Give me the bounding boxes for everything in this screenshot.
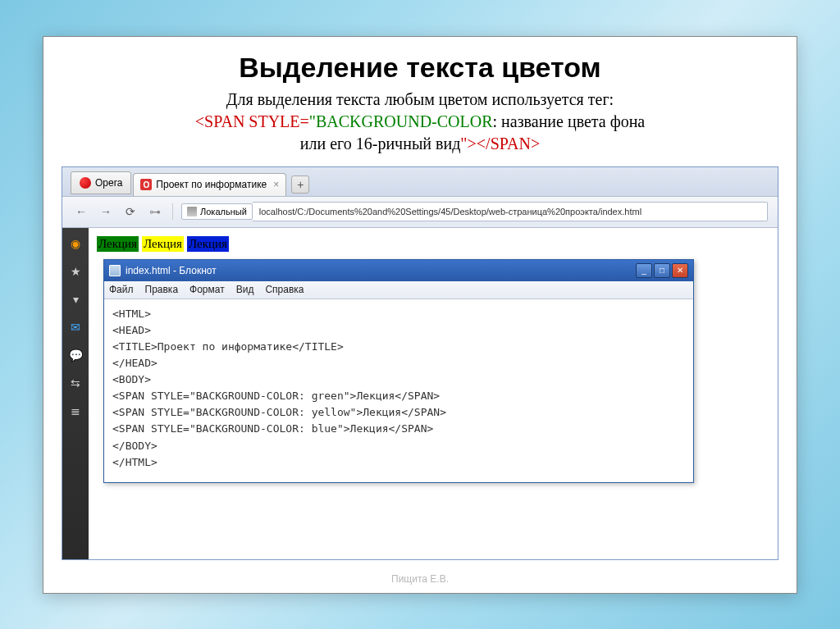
address-label-text: Локальный	[200, 207, 247, 217]
tab-favicon-icon: О	[140, 179, 152, 190]
browser-sidebar: ◉ ★ ▾ ✉ 💬 ⇆ ≣	[62, 228, 89, 559]
window-buttons: _ □ ✕	[636, 263, 688, 278]
sidebar-star-icon[interactable]: ★	[68, 264, 83, 279]
sidebar-chat-icon[interactable]: 💬	[68, 348, 83, 362]
slide-footer: Пищита Е.В.	[43, 573, 797, 585]
slide-title: Выделение текста цветом	[62, 52, 778, 84]
highlight-blue: Лекция	[187, 236, 229, 252]
sidebar-rss-icon[interactable]: ≣	[68, 403, 83, 418]
new-tab-button[interactable]: +	[291, 175, 309, 194]
notepad-title-text: index.html - Блокнот	[126, 265, 631, 276]
code-span-close: </SPAN>	[477, 134, 540, 153]
forward-button[interactable]: →	[97, 203, 115, 221]
back-button[interactable]: ←	[72, 203, 90, 221]
toolbar-separator	[172, 203, 173, 220]
maximize-button[interactable]: □	[654, 263, 670, 278]
notepad-text-area[interactable]: <HTML> <HEAD> <TITLE>Проект по информати…	[104, 299, 693, 482]
address-label[interactable]: Локальный	[181, 203, 253, 220]
sidebar-share-icon[interactable]: ⇆	[68, 376, 83, 390]
menu-file[interactable]: Файл	[109, 284, 134, 295]
page-content: Лекция Лекция Лекция index.html - Блокно…	[89, 228, 778, 559]
presentation-slide: Выделение текста цветом Для выделения те…	[43, 36, 797, 594]
notepad-menu: Файл Правка Формат Вид Справка	[104, 281, 693, 299]
opera-label: Opera	[95, 177, 122, 189]
menu-view[interactable]: Вид	[236, 284, 254, 295]
tab-strip: Opera О Проект по информатике × +	[62, 167, 778, 197]
slide-description: Для выделения текста любым цветом исполь…	[62, 89, 778, 155]
key-icon[interactable]: ⊶	[146, 203, 164, 221]
opera-menu-button[interactable]: Opera	[71, 171, 131, 194]
browser-tab-active[interactable]: О Проект по информатике ×	[133, 173, 286, 196]
sidebar-history-icon[interactable]: ▾	[68, 292, 83, 307]
code-close-open: ">	[460, 134, 476, 153]
browser-window: Opera О Проект по информатике × + ← → ⟳ …	[62, 166, 778, 560]
rendered-highlights: Лекция Лекция Лекция	[97, 236, 769, 252]
tab-title: Проект по информатике	[156, 179, 267, 190]
address-bar[interactable]: localhost/C:/Documents%20and%20Settings/…	[253, 202, 768, 221]
code-bgcolor: "BACKGROUND-COLOR	[309, 112, 493, 130]
highlight-yellow: Лекция	[142, 236, 184, 252]
menu-format[interactable]: Формат	[189, 284, 225, 295]
tab-close-icon[interactable]: ×	[273, 179, 279, 190]
opera-logo-icon	[80, 177, 91, 189]
close-button[interactable]: ✕	[672, 263, 688, 278]
local-icon	[187, 207, 197, 217]
menu-edit[interactable]: Правка	[145, 284, 179, 295]
sidebar-mail-icon[interactable]: ✉	[68, 320, 83, 335]
notepad-doc-icon	[109, 265, 121, 276]
minimize-button[interactable]: _	[636, 263, 652, 278]
url-text: localhost/C:/Documents%20and%20Settings/…	[259, 207, 641, 217]
menu-help[interactable]: Справка	[265, 284, 304, 295]
desc-tail: : название цвета фона	[493, 112, 646, 130]
code-span-open: <SPAN STYLE=	[195, 112, 309, 130]
highlight-green: Лекция	[97, 236, 139, 252]
reload-button[interactable]: ⟳	[121, 203, 139, 221]
desc-line1: Для выделения текста любым цветом исполь…	[226, 90, 614, 108]
notepad-window: index.html - Блокнот _ □ ✕ Файл Правка Ф…	[103, 259, 694, 483]
notepad-titlebar[interactable]: index.html - Блокнот _ □ ✕	[104, 260, 693, 281]
nav-toolbar: ← → ⟳ ⊶ Локальный localhost/C:/Documents…	[62, 197, 778, 228]
sidebar-home-icon[interactable]: ◉	[68, 236, 83, 251]
page-area: ◉ ★ ▾ ✉ 💬 ⇆ ≣ Лекция Лекция Лекция index…	[62, 228, 778, 559]
desc-line3: или его 16-ричный вид	[300, 134, 461, 153]
